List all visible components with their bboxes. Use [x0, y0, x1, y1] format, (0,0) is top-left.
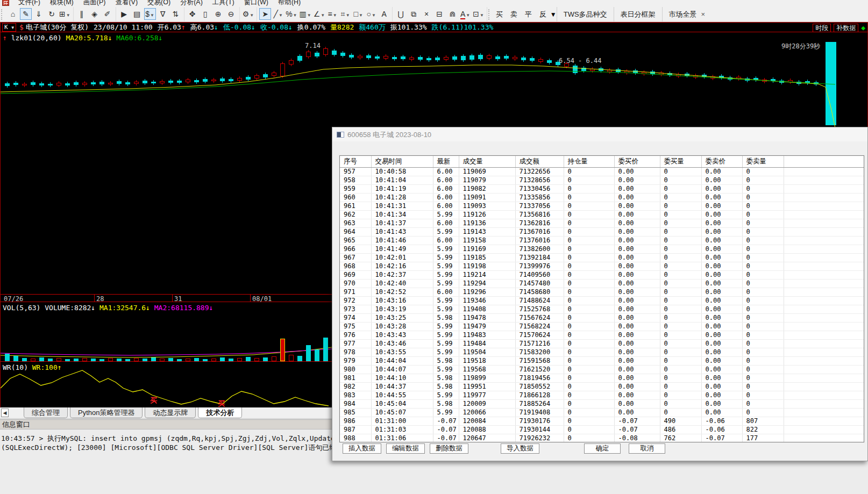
table-row[interactable]: 97410:43:255.981194787156762400.0000.000 [340, 313, 864, 322]
table-row[interactable]: 97110:42:526.001192967145868000.0000.000 [340, 288, 864, 296]
table-row[interactable]: 98801:31:06-0.07120647719262320-0.08762-… [340, 434, 864, 442]
table-row[interactable]: 98210:44:375.981199517185055200.0000.000 [340, 382, 864, 391]
magnet-button[interactable]: ⋃ [395, 8, 407, 20]
chevron-down-icon[interactable]: ▼ [346, 13, 350, 18]
col-header[interactable]: 成交量 [459, 156, 515, 167]
layout-button[interactable]: ⊞▼ [59, 8, 71, 20]
menu-item[interactable]: 模块(M) [45, 0, 79, 7]
sort-button[interactable]: ⇅ [170, 8, 182, 20]
table-row[interactable]: 96110:41:316.001190937133705600.0000.000 [340, 202, 864, 210]
link-button[interactable]: ⧉ [408, 8, 419, 20]
table-row[interactable]: 96510:41:466.001191587137601600.0000.000 [340, 236, 864, 245]
col-header[interactable]: 最新 [433, 156, 459, 167]
refresh-button[interactable]: ↻ [46, 8, 58, 20]
edit-button[interactable]: ✐ [102, 8, 113, 20]
table-row[interactable]: 96810:42:165.991191987139997600.0000.000 [340, 262, 864, 270]
ruler-button[interactable]: ▯ [200, 8, 211, 20]
col-header[interactable] [784, 156, 864, 167]
col-header[interactable]: 交易时间 [371, 156, 433, 167]
edit-data-button[interactable]: 编辑数据 [386, 443, 425, 454]
table-row[interactable]: 95710:40:586.001190697132265600.0000.000 [340, 167, 864, 176]
chevron-down-icon[interactable]: ▼ [66, 13, 70, 18]
list-tool-button[interactable]: ≡▼ [326, 8, 338, 20]
font-color-button[interactable]: A▼ [459, 8, 471, 20]
dollar-button[interactable]: $▼ [144, 8, 156, 20]
rect-tool-button[interactable]: □▼ [352, 8, 364, 20]
bottom-tab-3[interactable]: 技术分析 [198, 407, 242, 418]
menu-item[interactable]: 交易(O) [143, 0, 175, 7]
chevron-down-icon[interactable]: ▼ [279, 13, 283, 18]
move-button[interactable]: ✥ [187, 8, 198, 20]
line-tool-button[interactable]: ╱▼ [272, 8, 284, 20]
table-row[interactable]: 98110:44:105.981198997181945600.0000.000 [340, 374, 864, 382]
table-row[interactable]: 98510:45:075.991200667191940800.0000.000 [340, 408, 864, 417]
fill-data-button[interactable]: 补数据 [834, 24, 858, 32]
overlay-icon[interactable]: $ [19, 23, 24, 31]
settings-gear-button[interactable]: ⚙▼ [242, 8, 254, 20]
table-row[interactable]: 98601:31:00-0.07120084719301760-0.07490-… [340, 417, 864, 425]
angle-tool-button[interactable]: ∠▼ [313, 8, 325, 20]
col-header[interactable]: 委买价 [614, 156, 660, 167]
bottom-tab-1[interactable]: Python策略管理器 [70, 407, 143, 418]
trade-button-平[interactable]: 平 [521, 7, 536, 22]
workspace-tab-2[interactable]: 市场全景× [662, 7, 712, 22]
table-row[interactable]: 96310:41:376.001191367136281600.0000.000 [340, 219, 864, 227]
kline-type-button[interactable]: K ▼ [2, 23, 16, 32]
trade-button-买[interactable]: 买 [492, 7, 507, 22]
table-row[interactable]: 97010:42:405.991192947145748000.0000.000 [340, 279, 864, 288]
menu-item[interactable]: 查看(V) [110, 0, 143, 7]
workspace-tab-0[interactable]: TWS多品种交 [557, 7, 614, 22]
confirm-button[interactable]: 确定 [584, 443, 621, 454]
toolbar-grip[interactable] [1, 9, 4, 20]
table-row[interactable]: 97210:43:165.991193467148862400.0000.000 [340, 296, 864, 305]
trash-button[interactable]: ⊟ [433, 8, 445, 20]
dialog-title-bar[interactable]: 600658 电子城 2023-08-10 [332, 127, 867, 141]
table-row[interactable]: 95810:41:046.001190797132865600.0000.000 [340, 176, 864, 184]
col-header[interactable]: 委卖量 [742, 156, 784, 167]
import-data-button[interactable]: 导入数据 [501, 443, 539, 454]
lock-button[interactable]: ⋒ [446, 8, 458, 20]
col-header[interactable]: 成交额 [515, 156, 564, 167]
chevron-down-icon[interactable]: ▼ [307, 13, 311, 18]
report-button[interactable]: ▤ [131, 8, 143, 20]
chevron-down-icon[interactable]: ▼ [372, 13, 376, 18]
menu-item[interactable]: 帮助(H) [273, 0, 305, 7]
tick-table-wrap[interactable]: 序号交易时间最新成交量成交额持仓量委买价委买量委卖价委卖量 95710:40:5… [339, 155, 864, 442]
bottom-tab-2[interactable]: 动态显示牌 [145, 407, 196, 418]
filter-button[interactable]: ∇ [157, 8, 169, 20]
percent-tool-button[interactable]: %▼ [285, 8, 297, 20]
col-header[interactable]: 委卖价 [701, 156, 742, 167]
home-button[interactable]: ⌂ [7, 8, 19, 20]
kline-button[interactable]: ∥ [76, 8, 88, 20]
chevron-down-icon[interactable]: ▼ [466, 13, 470, 18]
trade-button-反[interactable]: 反 [536, 7, 550, 22]
circle-tool-button[interactable]: ○▼ [365, 8, 377, 20]
play-button[interactable]: ▶ [118, 8, 130, 20]
table-row[interactable]: 97810:43:555.991195047158320000.0000.000 [340, 348, 864, 356]
table-row[interactable]: 97310:43:195.991194087152576800.0000.000 [340, 305, 864, 313]
table-row[interactable]: 97510:43:285.991194797156822400.0000.000 [340, 322, 864, 331]
cancel-button[interactable]: 取消 [629, 443, 665, 454]
bottom-tab-0[interactable]: 综合管理 [24, 407, 68, 418]
brush-button[interactable]: ✎ [20, 8, 32, 20]
chevron-down-icon[interactable]: ▼ [321, 13, 325, 18]
table-row[interactable]: 98701:31:03-0.07120088719301440-0.07486-… [340, 425, 864, 434]
col-header[interactable]: 持仓量 [564, 156, 614, 167]
table-row[interactable]: 96210:41:345.991191267135681600.0000.000 [340, 210, 864, 219]
chevron-down-icon[interactable]: ▼ [359, 13, 363, 18]
collapse-left-button[interactable]: ◀ [1, 409, 9, 417]
table-row[interactable]: 96610:41:495.991191697138260000.0000.000 [340, 245, 864, 253]
table-row[interactable]: 97910:44:045.981195187159156800.0000.000 [340, 356, 864, 365]
grid-tool-button[interactable]: ⌗▼ [339, 8, 351, 20]
bars-tool-button[interactable]: ▥▼ [299, 8, 312, 20]
table-row[interactable]: 96410:41:435.991191437136701600.0000.000 [340, 227, 864, 236]
table-row[interactable]: 97710:43:465.991194847157121600.0000.000 [340, 339, 864, 348]
col-header[interactable]: 委买量 [660, 156, 701, 167]
chevron-down-icon[interactable]: ▼ [333, 13, 337, 18]
menu-item[interactable]: 工具(T) [208, 0, 239, 7]
delete-data-button[interactable]: 删除数据 [430, 443, 468, 454]
text-tool-button[interactable]: A [378, 8, 390, 20]
session-button[interactable]: 时段 [813, 24, 831, 32]
table-row[interactable]: 96710:42:015.991191857139218400.0000.000 [340, 253, 864, 262]
chevron-down-icon[interactable]: ▼ [480, 13, 484, 18]
